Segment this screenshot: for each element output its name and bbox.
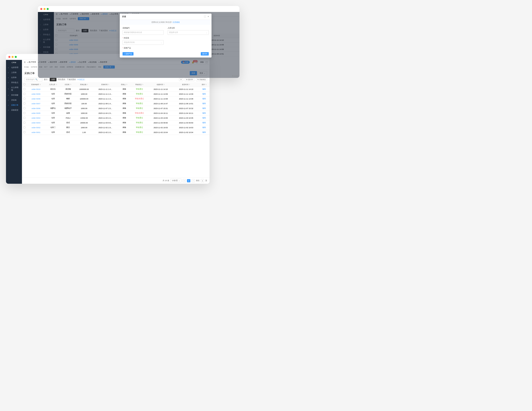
new-order-modal: 新建 ⛶ ✕ 想要自定义采购订单信息? 点击修改 采购编号 根据编号规则自动生成…	[120, 14, 211, 16]
close-dot[interactable]	[40, 8, 42, 10]
titlebar-back	[38, 6, 239, 12]
minimize-dot[interactable]	[44, 8, 46, 10]
maximize-dot[interactable]	[47, 8, 49, 10]
window-back: CRM ▫仓库管理▫入库单▫出库单▫库存盘点▫出入库明细▫库存调拨▫供应商▫采购…	[38, 6, 239, 16]
expand-icon[interactable]: ⛶	[204, 16, 206, 16]
modal-title: 新建	[122, 15, 126, 16]
close-icon[interactable]: ✕	[208, 16, 209, 16]
